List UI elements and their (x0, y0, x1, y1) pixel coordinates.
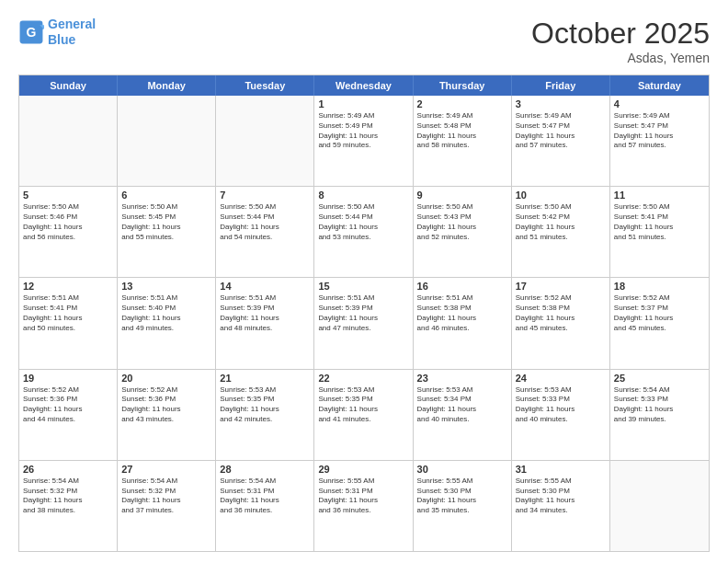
cell-number: 31 (516, 464, 606, 475)
cell-info: Sunrise: 5:55 AM Sunset: 5:30 PM Dayligh… (417, 477, 507, 516)
cell-number: 29 (318, 464, 408, 475)
cell-number: 2 (417, 98, 507, 109)
cell-number: 12 (23, 281, 113, 292)
cell-info: Sunrise: 5:55 AM Sunset: 5:30 PM Dayligh… (516, 477, 606, 516)
cell-info: Sunrise: 5:51 AM Sunset: 5:39 PM Dayligh… (318, 293, 408, 333)
calendar-row-2: 12Sunrise: 5:51 AM Sunset: 5:41 PM Dayli… (19, 277, 709, 368)
day-header-tuesday: Tuesday (216, 75, 314, 96)
cell-info: Sunrise: 5:52 AM Sunset: 5:37 PM Dayligh… (614, 293, 705, 333)
calendar-cell-2-5: 17Sunrise: 5:52 AM Sunset: 5:38 PM Dayli… (512, 278, 610, 368)
cell-number: 23 (417, 373, 507, 384)
svg-text:G: G (27, 24, 37, 39)
cell-info: Sunrise: 5:51 AM Sunset: 5:38 PM Dayligh… (417, 293, 507, 333)
calendar-cell-0-3: 1Sunrise: 5:49 AM Sunset: 5:49 PM Daylig… (314, 96, 413, 186)
cell-info: Sunrise: 5:50 AM Sunset: 5:43 PM Dayligh… (417, 202, 507, 242)
day-header-friday: Friday (512, 75, 610, 96)
cell-number: 28 (220, 464, 310, 475)
calendar-cell-3-4: 23Sunrise: 5:53 AM Sunset: 5:34 PM Dayli… (414, 370, 512, 460)
cell-number: 25 (614, 373, 705, 384)
calendar-cell-1-2: 7Sunrise: 5:50 AM Sunset: 5:44 PM Daylig… (216, 187, 314, 277)
calendar-cell-0-0 (19, 96, 118, 186)
cell-number: 5 (23, 190, 113, 201)
cell-number: 7 (220, 190, 310, 201)
logo-line2: Blue (48, 32, 75, 47)
cell-number: 1 (318, 98, 408, 109)
header: G General Blue October 2025 Asdas, Yemen (18, 17, 710, 65)
cell-number: 24 (516, 373, 606, 384)
cell-info: Sunrise: 5:49 AM Sunset: 5:47 PM Dayligh… (516, 111, 606, 151)
cell-number: 10 (516, 190, 606, 201)
calendar-cell-1-0: 5Sunrise: 5:50 AM Sunset: 5:46 PM Daylig… (19, 187, 118, 277)
calendar-cell-0-1 (118, 96, 216, 186)
cell-number: 21 (220, 373, 310, 384)
calendar-cell-1-1: 6Sunrise: 5:50 AM Sunset: 5:45 PM Daylig… (118, 187, 216, 277)
cell-number: 20 (121, 373, 211, 384)
day-header-saturday: Saturday (610, 75, 709, 96)
cell-info: Sunrise: 5:54 AM Sunset: 5:33 PM Dayligh… (614, 385, 705, 425)
cell-info: Sunrise: 5:53 AM Sunset: 5:33 PM Dayligh… (516, 385, 606, 425)
day-header-thursday: Thursday (414, 75, 512, 96)
cell-number: 9 (417, 190, 507, 201)
calendar-cell-4-5: 31Sunrise: 5:55 AM Sunset: 5:30 PM Dayli… (512, 461, 610, 551)
cell-info: Sunrise: 5:49 AM Sunset: 5:47 PM Dayligh… (614, 111, 705, 151)
logo-line1: General (48, 17, 96, 31)
calendar-row-0: 1Sunrise: 5:49 AM Sunset: 5:49 PM Daylig… (19, 96, 709, 186)
cell-number: 8 (318, 190, 408, 201)
calendar-cell-2-0: 12Sunrise: 5:51 AM Sunset: 5:41 PM Dayli… (19, 278, 118, 368)
cell-info: Sunrise: 5:54 AM Sunset: 5:32 PM Dayligh… (23, 477, 113, 516)
cell-number: 18 (614, 281, 705, 292)
cell-number: 30 (417, 464, 507, 475)
cell-info: Sunrise: 5:53 AM Sunset: 5:35 PM Dayligh… (318, 385, 408, 425)
cell-number: 13 (121, 281, 211, 292)
calendar-cell-3-0: 19Sunrise: 5:52 AM Sunset: 5:36 PM Dayli… (19, 370, 118, 460)
cell-info: Sunrise: 5:53 AM Sunset: 5:35 PM Dayligh… (220, 385, 310, 425)
calendar: SundayMondayTuesdayWednesdayThursdayFrid… (18, 75, 710, 552)
cell-info: Sunrise: 5:55 AM Sunset: 5:31 PM Dayligh… (318, 477, 408, 516)
calendar-row-3: 19Sunrise: 5:52 AM Sunset: 5:36 PM Dayli… (19, 369, 709, 460)
calendar-cell-1-3: 8Sunrise: 5:50 AM Sunset: 5:44 PM Daylig… (314, 187, 413, 277)
cell-number: 3 (516, 98, 606, 109)
cell-info: Sunrise: 5:52 AM Sunset: 5:38 PM Dayligh… (516, 293, 606, 333)
calendar-cell-0-2 (216, 96, 314, 186)
cell-info: Sunrise: 5:50 AM Sunset: 5:44 PM Dayligh… (220, 202, 310, 242)
calendar-cell-4-1: 27Sunrise: 5:54 AM Sunset: 5:32 PM Dayli… (118, 461, 216, 551)
day-header-sunday: Sunday (19, 75, 118, 96)
cell-info: Sunrise: 5:54 AM Sunset: 5:32 PM Dayligh… (121, 477, 211, 516)
cell-number: 15 (318, 281, 408, 292)
calendar-cell-2-2: 14Sunrise: 5:51 AM Sunset: 5:39 PM Dayli… (216, 278, 314, 368)
day-header-wednesday: Wednesday (314, 75, 413, 96)
title-block: October 2025 Asdas, Yemen (531, 17, 710, 65)
cell-info: Sunrise: 5:53 AM Sunset: 5:34 PM Dayligh… (417, 385, 507, 425)
cell-number: 27 (121, 464, 211, 475)
calendar-cell-2-4: 16Sunrise: 5:51 AM Sunset: 5:38 PM Dayli… (414, 278, 512, 368)
cell-info: Sunrise: 5:50 AM Sunset: 5:45 PM Dayligh… (121, 202, 211, 242)
logo: G General Blue (18, 17, 96, 48)
calendar-cell-4-2: 28Sunrise: 5:54 AM Sunset: 5:31 PM Dayli… (216, 461, 314, 551)
calendar-cell-3-6: 25Sunrise: 5:54 AM Sunset: 5:33 PM Dayli… (610, 370, 709, 460)
calendar-cell-0-4: 2Sunrise: 5:49 AM Sunset: 5:48 PM Daylig… (414, 96, 512, 186)
cell-number: 11 (614, 190, 705, 201)
calendar-header: SundayMondayTuesdayWednesdayThursdayFrid… (19, 75, 709, 96)
cell-info: Sunrise: 5:51 AM Sunset: 5:39 PM Dayligh… (220, 293, 310, 333)
cell-number: 17 (516, 281, 606, 292)
cell-number: 26 (23, 464, 113, 475)
calendar-cell-3-1: 20Sunrise: 5:52 AM Sunset: 5:36 PM Dayli… (118, 370, 216, 460)
calendar-cell-0-5: 3Sunrise: 5:49 AM Sunset: 5:47 PM Daylig… (512, 96, 610, 186)
calendar-cell-2-6: 18Sunrise: 5:52 AM Sunset: 5:37 PM Dayli… (610, 278, 709, 368)
cell-number: 4 (614, 98, 705, 109)
calendar-cell-2-3: 15Sunrise: 5:51 AM Sunset: 5:39 PM Dayli… (314, 278, 413, 368)
cell-number: 16 (417, 281, 507, 292)
logo-text: General Blue (48, 17, 96, 48)
calendar-row-1: 5Sunrise: 5:50 AM Sunset: 5:46 PM Daylig… (19, 186, 709, 277)
calendar-cell-3-5: 24Sunrise: 5:53 AM Sunset: 5:33 PM Dayli… (512, 370, 610, 460)
cell-info: Sunrise: 5:51 AM Sunset: 5:40 PM Dayligh… (121, 293, 211, 333)
calendar-cell-1-4: 9Sunrise: 5:50 AM Sunset: 5:43 PM Daylig… (414, 187, 512, 277)
subtitle: Asdas, Yemen (531, 51, 710, 65)
calendar-cell-3-2: 21Sunrise: 5:53 AM Sunset: 5:35 PM Dayli… (216, 370, 314, 460)
logo-icon: G (18, 19, 44, 45)
cell-number: 6 (121, 190, 211, 201)
cell-info: Sunrise: 5:51 AM Sunset: 5:41 PM Dayligh… (23, 293, 113, 333)
cell-info: Sunrise: 5:50 AM Sunset: 5:41 PM Dayligh… (614, 202, 705, 242)
month-title: October 2025 (531, 17, 710, 51)
cell-info: Sunrise: 5:50 AM Sunset: 5:42 PM Dayligh… (516, 202, 606, 242)
